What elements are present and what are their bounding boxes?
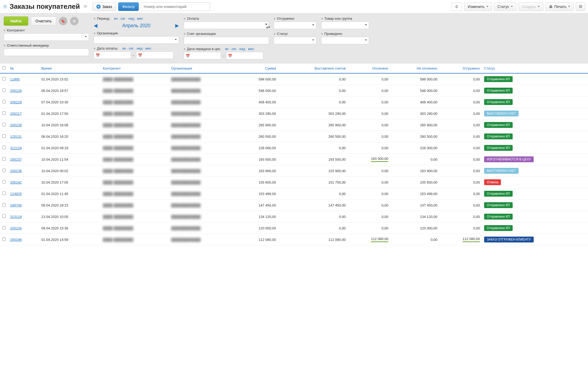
shipped-select[interactable] [274,22,316,29]
col-time[interactable]: Время [39,63,101,73]
table-row[interactable]: 11995 01.04.2020 15:02 ████ ████████ ███… [0,73,588,85]
row-checkbox[interactable] [2,134,6,138]
table-row[interactable]: 200236 10.04.2020 00:02 ████ ████████ ██… [0,165,588,177]
posted-select[interactable] [321,37,369,44]
row-checkbox[interactable] [2,214,6,218]
create-dropdown[interactable]: Создать [518,2,543,11]
row-checkbox[interactable] [2,88,6,92]
order-link[interactable]: 200236 [10,169,22,173]
payment-date-links[interactable]: вч · сег · нед · мес [123,46,151,50]
cell-time: 10.04.2020 11:54 [39,154,101,165]
order-link[interactable]: 200234 [10,226,22,230]
order-link[interactable]: 200198 [10,238,22,242]
print-dropdown[interactable]: Печать [545,2,574,11]
cell-time: 10.04.2020 00:02 [39,165,101,177]
table-row[interactable]: 200228 06.04.2020 19:57 ████ ████████ ██… [0,85,588,96]
table-row[interactable]: 200239 10.04.2020 16:06 ████ ████████ ██… [0,119,588,131]
cell-sum: 193 500,00 [235,154,278,165]
table-row[interactable]: 312124 01.04.2020 09:19 ████ ████████ ██… [0,142,588,154]
order-link[interactable]: 312124 [10,146,22,150]
order-link[interactable]: 200217 [10,112,22,116]
order-link[interactable]: 200239 [10,123,22,127]
row-checkbox[interactable] [2,180,6,184]
row-checkbox[interactable] [2,111,6,115]
org-account-input[interactable] [184,37,269,44]
period-next-icon[interactable]: ▶ [175,23,179,29]
cell-time: 01.04.2020 11:45 [39,188,101,200]
status-dropdown[interactable]: Статус [494,2,516,11]
help-icon[interactable]: ? [3,4,7,9]
refresh-icon[interactable]: ⟳ [84,4,87,9]
col-status[interactable]: Статус [482,63,588,73]
row-checkbox[interactable] [2,226,6,229]
order-link[interactable]: 199746 [10,203,22,207]
search-input[interactable] [141,2,210,11]
cell-invoiced: 193 500,00 [278,154,348,165]
bookmark-icon[interactable]: 🔖 [59,17,67,25]
table-row[interactable]: 200229 07.04.2020 10:30 ████ ████████ ██… [0,96,588,108]
row-checkbox[interactable] [2,169,6,172]
row-checkbox[interactable] [2,123,6,126]
table-row[interactable]: 200242 10.04.2020 17:05 ████ ████████ ██… [0,177,588,188]
row-checkbox[interactable] [2,146,6,149]
workshop-date-from[interactable]: 📅 [184,52,221,59]
find-button[interactable]: Найти [4,17,28,26]
select-all-checkbox[interactable] [2,66,6,70]
row-checkbox[interactable] [2,203,6,206]
payment-date-to[interactable]: 📅 [136,51,173,59]
cell-organization: ████████████ [169,200,235,211]
order-link[interactable]: 313118 [10,215,22,219]
row-checkbox[interactable] [2,100,6,103]
cell-counterparty: ████ ████████ [101,222,169,234]
table-row[interactable]: 124825 01.04.2020 11:45 ████ ████████ ██… [0,188,588,200]
row-checkbox[interactable] [2,157,6,161]
cell-status: Отправлено КП [482,222,588,234]
order-link[interactable]: 200237 [10,157,22,161]
change-dropdown[interactable]: Изменить [464,2,492,11]
table-row[interactable]: 200237 10.04.2020 11:54 ████ ████████ ██… [0,154,588,165]
table-row[interactable]: 200217 01.04.2020 17:50 ████ ████████ ██… [0,108,588,119]
col-counterparty[interactable]: Контрагент [101,63,169,73]
period-quick-links[interactable]: вч · сег · нед · мес [114,17,143,21]
order-link[interactable]: 200242 [10,180,22,184]
workshop-date-links[interactable]: вч · сег · нед · мес [225,47,254,51]
organization-select[interactable] [94,36,179,44]
payment-date-from[interactable]: 📅 [94,51,131,59]
table-row[interactable]: 199746 09.04.2020 18:23 ████ ████████ ██… [0,200,588,211]
col-organization[interactable]: Организация [169,63,235,73]
col-shipped[interactable]: Отгружено [439,63,482,73]
row-checkbox[interactable] [2,237,6,241]
cell-paid: 0,00 [348,73,390,85]
table-row[interactable]: 125131 08.04.2020 16:20 ████ ████████ ██… [0,131,588,142]
col-paid[interactable]: Оплачено [348,63,390,73]
counterparty-select[interactable] [4,33,89,41]
order-link[interactable]: 200229 [10,100,22,104]
status-label: Статус [497,5,509,9]
new-order-button[interactable]: + Заказ [92,2,116,11]
row-checkbox[interactable] [2,192,6,195]
table-row[interactable]: 200198 01.04.2020 14:59 ████ ████████ ██… [0,234,588,245]
order-link[interactable]: 200228 [10,89,22,93]
col-invoiced[interactable]: Выставлено счетов [278,63,348,73]
col-unpaid[interactable]: Не оплачено [390,63,439,73]
filter-settings-icon[interactable]: ⚙ [70,17,79,25]
clear-button[interactable]: Очистить [31,17,56,26]
payment-select[interactable] [184,22,269,29]
order-link[interactable]: 11995 [10,77,20,81]
col-no[interactable]: № [8,63,39,73]
period-prev-icon[interactable]: ◀ [94,23,97,29]
settings-button[interactable] [576,2,585,11]
row-checkbox[interactable] [2,77,6,80]
table-row[interactable]: 200234 09.04.2020 15:36 ████ ████████ ██… [0,222,588,234]
filter-status-select[interactable] [274,37,316,44]
table-row[interactable]: 313118 13.04.2020 10:05 ████ ████████ ██… [0,211,588,222]
order-link[interactable]: 124825 [10,192,22,196]
col-sum[interactable]: Сумма [235,63,278,73]
order-link[interactable]: 125131 [10,135,22,139]
responsible-input[interactable] [4,48,89,56]
filter-button[interactable]: Фильтр [118,2,139,11]
product-group-select[interactable] [321,22,369,29]
workshop-date-to[interactable]: 📅 [226,52,263,59]
period-current[interactable]: Апрель 2020 [122,23,150,29]
change-label: Изменить [468,5,484,9]
